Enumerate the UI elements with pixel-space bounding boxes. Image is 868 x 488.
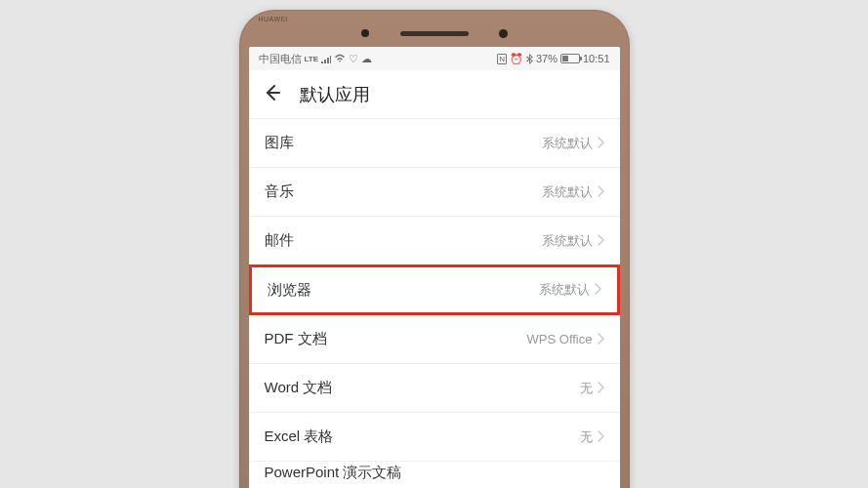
phone-top [249, 20, 620, 47]
battery-icon [560, 54, 580, 63]
item-value-wrap: 无 [580, 380, 604, 397]
list-item[interactable]: 图库系统默认 [249, 119, 620, 168]
item-value: WPS Office [527, 332, 593, 346]
header: 默认应用 [249, 70, 620, 119]
alarm-icon: ⏰ [510, 53, 523, 65]
status-bar: 中国电信 LTE ♡ ☁ N ⏰ 37% 10:51 [249, 47, 620, 70]
list-item[interactable]: 邮件系统默认 [249, 217, 620, 265]
item-label: PDF 文档 [265, 330, 327, 348]
lte-icon: LTE [305, 55, 319, 63]
list-item[interactable]: 浏览器系统默认 [249, 264, 620, 315]
wifi-icon [334, 54, 346, 63]
chevron-right-icon [597, 381, 604, 396]
chevron-right-icon [597, 184, 604, 200]
item-value-wrap: 系统默认 [539, 281, 601, 299]
list-item[interactable]: Excel 表格无 [249, 413, 620, 462]
cloud-icon: ☁ [361, 53, 372, 65]
list-item[interactable]: 音乐系统默认 [249, 168, 620, 217]
item-value: 无 [580, 380, 593, 397]
chevron-right-icon [594, 282, 601, 298]
item-label: PowerPoint 演示文稿 [265, 464, 402, 482]
item-label: Word 文档 [265, 379, 333, 397]
item-value-wrap: 无 [580, 428, 604, 446]
item-label: 音乐 [265, 183, 294, 201]
chevron-right-icon [597, 429, 604, 445]
chevron-right-icon [597, 233, 604, 249]
item-value: 系统默认 [539, 281, 590, 299]
screen: 中国电信 LTE ♡ ☁ N ⏰ 37% 10:51 [249, 47, 620, 488]
battery-percent: 37% [536, 53, 558, 64]
item-value-wrap: 系统默认 [542, 232, 604, 250]
phone-frame: HUAWEI 中国电信 LTE ♡ ☁ N ⏰ [239, 10, 630, 488]
item-value: 系统默认 [542, 135, 593, 152]
item-label: 图库 [265, 134, 294, 152]
chevron-right-icon [597, 136, 604, 151]
item-label: 浏览器 [268, 281, 311, 300]
chevron-right-icon [597, 332, 604, 347]
item-label: 邮件 [265, 231, 294, 250]
page-title: 默认应用 [300, 83, 370, 106]
clock: 10:51 [583, 53, 610, 64]
item-value: 无 [580, 428, 593, 446]
item-value: 系统默认 [542, 232, 593, 250]
item-value-wrap: 系统默认 [542, 183, 604, 201]
item-label: Excel 表格 [265, 427, 334, 446]
nfc-icon: N [497, 54, 507, 64]
settings-list: 图库系统默认音乐系统默认邮件系统默认浏览器系统默认PDF 文档WPS Offic… [249, 119, 620, 488]
list-item[interactable]: Word 文档无 [249, 364, 620, 413]
list-item[interactable]: PowerPoint 演示文稿 [249, 462, 620, 488]
signal-icon [321, 54, 331, 63]
item-value-wrap: WPS Office [527, 332, 604, 347]
heart-icon: ♡ [349, 53, 358, 65]
bluetooth-icon [526, 54, 533, 64]
carrier-label: 中国电信 [259, 52, 302, 66]
item-value-wrap: 系统默认 [542, 135, 604, 152]
list-item[interactable]: PDF 文档WPS Office [249, 315, 620, 364]
back-button[interactable] [263, 83, 282, 106]
item-value: 系统默认 [542, 183, 593, 201]
